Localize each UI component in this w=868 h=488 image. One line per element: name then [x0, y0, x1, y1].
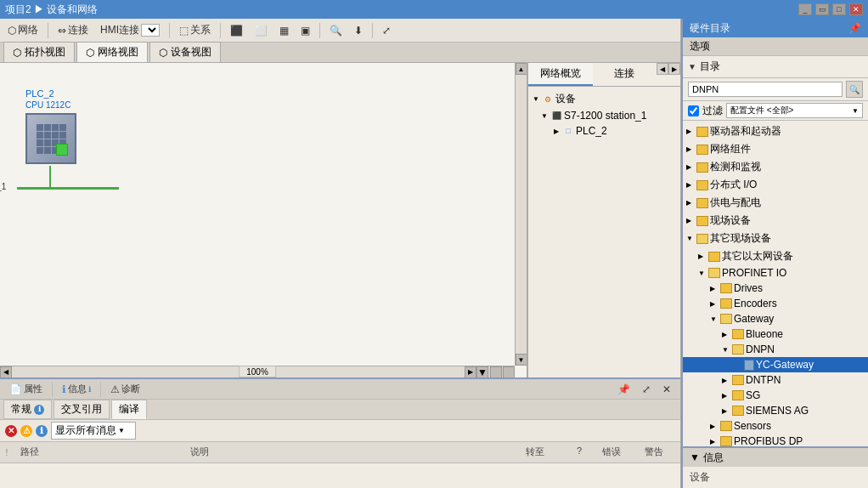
tab-general[interactable]: 常规 ℹ — [3, 400, 52, 419]
fit-button[interactable] — [490, 366, 502, 378]
overview-prev-button[interactable]: ◀ — [657, 63, 668, 75]
tree-item-device[interactable]: ▼ ⚙ 设备 — [528, 90, 680, 108]
tb-icon4[interactable]: ▣ — [296, 22, 314, 39]
cat-item-profibus[interactable]: ▶ PROFIBUS DP — [683, 434, 868, 446]
msg-info-icon: ℹ — [36, 425, 48, 437]
cat-folder-otherfield — [696, 234, 708, 244]
tab-network[interactable]: ⬡ 网络视图 — [76, 42, 148, 62]
cat-item-distio[interactable]: ▶ 分布式 I/O — [683, 176, 868, 194]
pn-label: PN/IE_1 — [0, 182, 6, 191]
sep1 — [48, 23, 48, 38]
cat-item-encoders[interactable]: ▶ Encoders — [683, 296, 868, 311]
zoom-dropdown-button[interactable]: ▼ — [476, 366, 488, 378]
btm-pin-button[interactable]: 📌 — [613, 381, 634, 398]
cat-item-siemens[interactable]: ▶ SIEMENS AG — [683, 403, 868, 418]
search-button[interactable]: 🔍 — [846, 81, 863, 98]
download-button[interactable]: ⬇ — [350, 22, 367, 39]
cat-item-fielddev[interactable]: ▶ 现场设备 — [683, 212, 868, 230]
cat-folder-profinetio — [708, 268, 720, 278]
cat-folder-sensors — [720, 421, 732, 431]
cat-item-sensors[interactable]: ▶ Sensors — [683, 418, 868, 434]
tab-compile[interactable]: 编译 — [111, 400, 147, 419]
tb-icon2[interactable]: ⬜ — [251, 22, 272, 39]
canvas-horizontal-scrollbar[interactable]: ◀ ▶ 100% ▼ — [0, 366, 515, 377]
tree-item-station[interactable]: ▼ ⬛ S7-1200 station_1 — [528, 108, 680, 123]
scroll-up-button[interactable]: ▲ — [516, 63, 527, 75]
cat-item-sg[interactable]: ▶ SG — [683, 388, 868, 403]
catalog-search-bar: 🔍 — [683, 78, 868, 101]
message-dropdown[interactable]: 显示所有消息 ▼ — [51, 422, 136, 440]
cat-item-dntpn[interactable]: ▶ DNTPN — [683, 372, 868, 388]
cat-arrow-pn-drives: ▶ — [710, 285, 719, 292]
properties-button[interactable]: 📄 属性 — [5, 380, 47, 398]
scroll-v-track[interactable] — [516, 75, 527, 354]
catalog-search-input[interactable] — [688, 82, 843, 97]
cat-item-profinetio[interactable]: ▼ PROFINET IO — [683, 265, 868, 281]
tab-connection-overview[interactable]: 连接 — [593, 63, 657, 86]
filter-checkbox[interactable] — [688, 105, 699, 116]
scroll-right-button[interactable]: ▶ — [465, 366, 476, 378]
options-section-title: 选项 — [683, 37, 868, 56]
close-button[interactable]: ✕ — [849, 3, 863, 15]
scroll-down-button[interactable]: ▼ — [516, 354, 527, 366]
canvas-vertical-scrollbar[interactable]: ▲ ▼ — [515, 63, 527, 366]
tb-icon4-icon: ▣ — [301, 25, 310, 37]
minimize-button[interactable]: _ — [798, 3, 812, 15]
cat-item-blueone[interactable]: ▶ Blueone — [683, 326, 868, 342]
cat-item-pn-drives[interactable]: ▶ Drives — [683, 281, 868, 296]
cat-item-gateway[interactable]: ▼ Gateway — [683, 311, 868, 326]
tab-crossref[interactable]: 交叉引用 — [54, 400, 110, 419]
restore-button[interactable]: ▭ — [815, 3, 829, 15]
network-view-icon: ⬡ — [86, 47, 94, 59]
scroll-left-button[interactable]: ◀ — [0, 366, 12, 378]
general-info-icon: ℹ — [34, 405, 44, 415]
sync-button[interactable] — [503, 366, 515, 378]
cat-item-othereth[interactable]: ▶ 其它以太网设备 — [683, 247, 868, 265]
cat-item-dnpn[interactable]: ▼ DNPN — [683, 342, 868, 357]
network-button[interactable]: ⬡ 网络 — [3, 20, 42, 40]
cat-item-network[interactable]: ▶ 网络组件 — [683, 140, 868, 158]
diagnostics-button[interactable]: ⚠ 诊断 — [106, 380, 144, 398]
plc-body[interactable] — [25, 113, 76, 164]
cat-item-otherfield[interactable]: ▼ 其它现场设备 — [683, 230, 868, 247]
warning-icon: ⚠ — [20, 425, 32, 437]
tb-icon1[interactable]: ⬛ — [226, 22, 247, 39]
btm-close-button[interactable]: ✕ — [658, 381, 675, 398]
hmi-select[interactable] — [141, 24, 160, 37]
tab-network-overview[interactable]: 网络概览 — [528, 63, 593, 86]
tab-device[interactable]: ⬡ 设备视图 — [149, 42, 221, 62]
catalog-pin-icon[interactable]: 📌 — [848, 22, 861, 34]
sep5 — [372, 23, 373, 38]
cat-arrow-sensors: ▶ — [710, 423, 719, 430]
tb-icon3[interactable]: ▦ — [275, 22, 293, 39]
properties-icon: 📄 — [9, 383, 22, 395]
cat-item-power[interactable]: ▶ 供电与配电 — [683, 194, 868, 212]
cat-item-drives[interactable]: ▶ 驱动器和起动器 — [683, 122, 868, 140]
expand-button[interactable]: ⤢ — [378, 22, 395, 39]
relations-button[interactable]: ⬚ 关系 — [175, 20, 215, 40]
info-header[interactable]: ▼ 信息 — [683, 448, 868, 467]
overview-tabs: 网络概览 连接 ◀ ▶ — [528, 63, 680, 87]
cat-item-detection[interactable]: ▶ 检测和监视 — [683, 158, 868, 176]
tb-icon1-icon: ⬛ — [230, 25, 243, 37]
cat-arrow-distio: ▶ — [686, 181, 695, 189]
overview-next-button[interactable]: ▶ — [668, 63, 680, 75]
zoom-button[interactable]: 🔍 — [325, 22, 347, 39]
scroll-h-thumb[interactable] — [12, 366, 63, 378]
plc-tree-icon: □ — [562, 125, 574, 137]
tree-item-plc[interactable]: ▶ □ PLC_2 — [528, 123, 680, 139]
cat-arrow-siemens: ▶ — [722, 407, 730, 415]
btm-expand-button[interactable]: ⤢ — [638, 381, 655, 398]
cat-arrow-otherfield: ▼ — [686, 235, 695, 242]
cat-folder-blueone — [732, 329, 744, 339]
cat-item-yc-gateway[interactable]: YC-Gateway — [683, 357, 868, 372]
hmi-connection-dropdown[interactable]: HMI连接 — [96, 20, 164, 40]
connection-button[interactable]: ⇔ 连接 — [54, 20, 93, 40]
info-button[interactable]: ℹ 信息 ℹ — [58, 380, 95, 398]
config-dropdown[interactable]: 配置文件 <全部> ▼ — [726, 103, 863, 118]
plc-device[interactable]: PLC_2 CPU 1212C — [25, 88, 93, 181]
info-count: ℹ — [88, 385, 91, 394]
tab-topology[interactable]: ⬡ 拓扑视图 — [3, 42, 75, 62]
catalog-header-bar: 硬件目录 📌 — [683, 19, 868, 37]
maximize-button[interactable]: □ — [832, 3, 846, 15]
